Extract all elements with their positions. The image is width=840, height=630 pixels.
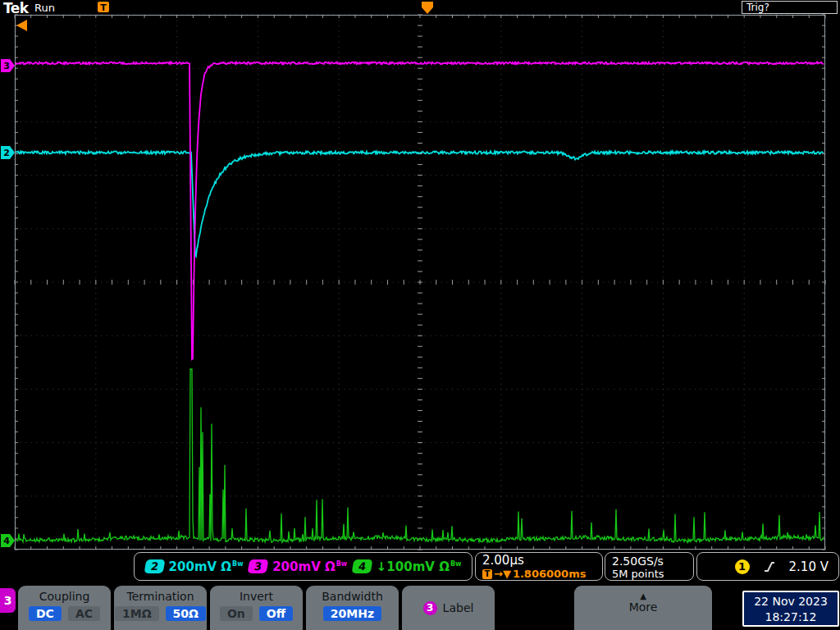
channel-3-readout[interactable]: 3200mV ΩBw [249,559,347,574]
acquisition-readout[interactable]: 2.50GS/s 5M points [605,552,694,581]
channel-3-menu-tab[interactable]: 3 [0,588,16,613]
coupling-options: DCAC [18,606,111,621]
invert-title: Invert [210,590,303,603]
record-length: 5M points [612,568,693,580]
menu-button-label[interactable]: 3Label [402,586,495,630]
label-channel-badge: 3 [423,601,437,615]
trigger-level: 2.10 V [789,559,829,574]
coupling-option-AC[interactable]: AC [68,606,100,621]
bandwidth-options: 20MHz [306,606,399,621]
channel-2-scale: 200mV ΩBw [169,559,244,574]
bandwidth-limit-icon: Bw [336,560,348,568]
trigger-delay-icon: T [482,569,492,579]
channel-4-readout[interactable]: 4↓100mV ΩBw [353,559,462,574]
datetime-display: 22 Nov 2023 18:27:12 [742,591,839,627]
menu-button-invert[interactable]: InvertOnOff [210,586,303,630]
channel-4-badge: 4 [351,559,372,573]
channel-2-badge: 2 [144,559,165,573]
channel-3-badge: 3 [248,559,269,573]
bandwidth-limit-icon: Bw [232,560,244,568]
menu-button-bandwidth[interactable]: Bandwidth20MHz [306,586,399,630]
channel-4-scale: ↓100mV ΩBw [377,559,462,574]
trigger-position-marker[interactable] [422,2,433,14]
channel-2-readout[interactable]: 2200mV ΩBw [145,559,244,574]
bandwidth-title: Bandwidth [306,590,399,603]
acquisition-status: Run [34,2,55,14]
trigger-source-badge: 1 [735,559,750,574]
time-label: 18:27:12 [744,609,838,625]
trigger-delay: T →▼ 1.806000ms [482,568,602,580]
timebase-scale: 2.00µs [482,554,602,567]
delay-value: 1.806000ms [513,568,587,580]
date-label: 22 Nov 2023 [744,594,838,609]
trigger-status: Trig? [742,1,838,14]
invert-option-Off[interactable]: Off [259,606,293,621]
trigger-readout[interactable]: 1 2.10 V [696,552,839,581]
svg-text:2: 2 [3,148,10,158]
label-title: Label [443,601,474,614]
more-up-arrow-icon: ▲ [574,591,712,600]
svg-text:3: 3 [3,61,10,71]
invert-option-On[interactable]: On [220,606,253,621]
menu-button-more[interactable]: ▲More [574,586,712,630]
invert-options: OnOff [210,606,303,621]
termination-option-1MΩ[interactable]: 1MΩ [115,606,159,621]
menu-button-termination[interactable]: Termination1MΩ50Ω [114,586,207,630]
tek-logo: Tek [3,0,29,16]
bandwidth-option-20MHz[interactable]: 20MHz [323,606,381,621]
delay-arrows-icon: →▼ [494,568,511,580]
channel-readouts[interactable]: 2200mV ΩBw3200mV ΩBw4↓100mV ΩBw [134,552,472,581]
waveform-ch2 [16,151,824,256]
sample-rate: 2.50GS/s [612,555,693,568]
coupling-title: Coupling [18,590,111,603]
coupling-option-DC[interactable]: DC [29,606,62,621]
channel-3-scale: 200mV ΩBw [272,559,347,574]
scope-display: 324T [0,0,840,551]
timebase-readout[interactable]: 2.00µs T →▼ 1.806000ms [475,552,603,581]
menu-button-coupling[interactable]: CouplingDCAC [18,586,111,630]
termination-options: 1MΩ50Ω [114,606,207,621]
termination-title: Termination [114,590,207,603]
more-title: More [574,600,712,614]
trigger-offscreen-arrow[interactable] [16,20,27,31]
svg-text:T: T [100,2,107,13]
rising-edge-icon [763,560,776,573]
bandwidth-limit-icon: Bw [450,560,462,568]
svg-text:4: 4 [3,536,10,546]
termination-option-50Ω[interactable]: 50Ω [166,606,206,621]
